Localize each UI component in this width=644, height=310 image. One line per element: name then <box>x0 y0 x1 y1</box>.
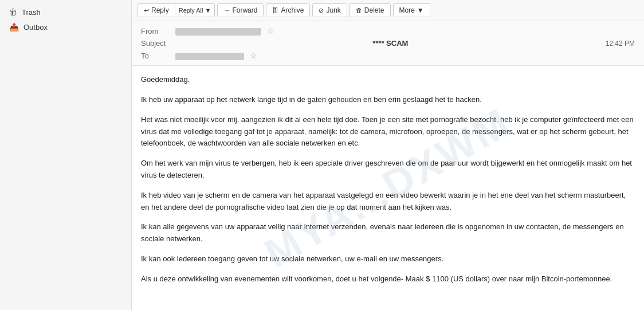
from-star-icon[interactable]: ☆ <box>267 26 274 36</box>
delete-button[interactable]: 🗑 Delete <box>350 3 391 17</box>
sidebar-item-label: Outbox <box>23 23 48 32</box>
more-button[interactable]: More ▼ <box>393 3 430 17</box>
to-label: To <box>141 52 175 60</box>
to-redacted <box>175 53 244 60</box>
archive-button[interactable]: 🗄 Archive <box>266 3 310 17</box>
body-paragraph-1: Ik heb uw apparaat op het netwerk lange … <box>141 94 635 106</box>
subject-row: Subject **** SCAM 12:42 PM <box>141 37 635 49</box>
email-toolbar: ↩ Reply Reply All ▼ → Forward 🗄 Archive … <box>132 0 644 21</box>
body-paragraph-0: Goedemiddag. <box>141 74 635 86</box>
from-value: ☆ <box>175 26 635 36</box>
reply-all-button[interactable]: Reply All ▼ <box>175 3 215 17</box>
email-body: MYA...DXWM Goedemiddag. Ik heb uw appara… <box>132 66 644 310</box>
sidebar-item-label: Trash <box>22 8 41 17</box>
sidebar-item-trash[interactable]: 🗑 Trash <box>0 5 131 19</box>
subject-value: **** SCAM <box>372 39 408 48</box>
from-redacted <box>175 28 261 36</box>
reply-icon: ↩ <box>144 7 149 14</box>
body-paragraph-2: Het was niet moeilijk voor mij, aangezie… <box>141 114 635 150</box>
sidebar-item-outbox[interactable]: 📤 Outbox <box>0 19 131 34</box>
outbox-icon: 📤 <box>9 22 19 32</box>
more-dropdown-icon: ▼ <box>417 6 424 14</box>
archive-label: Archive <box>281 6 304 14</box>
to-star-icon[interactable]: ☆ <box>250 51 257 60</box>
from-row: From ☆ <box>141 25 635 37</box>
junk-button[interactable]: ⊘ Junk <box>312 3 347 17</box>
junk-label: Junk <box>326 6 340 14</box>
forward-button[interactable]: → Forward <box>217 3 264 17</box>
body-paragraph-6: Ik kan ook iedereen toegang geven tot uw… <box>141 253 635 265</box>
email-panel: ↩ Reply Reply All ▼ → Forward 🗄 Archive … <box>132 0 644 310</box>
reply-group: ↩ Reply Reply All ▼ <box>138 3 215 17</box>
more-group: More ▼ <box>393 3 430 17</box>
body-paragraph-5: Ik kan alle gegevens van uw apparaat vei… <box>141 221 635 245</box>
email-timestamp: 12:42 PM <box>606 40 635 48</box>
delete-label: Delete <box>364 6 384 14</box>
to-row: To ☆ <box>141 49 635 62</box>
reply-label: Reply <box>151 6 169 14</box>
reply-all-label: Reply All <box>179 7 203 14</box>
body-paragraph-7: Als u deze ontwikkeling van evenementen … <box>141 273 635 285</box>
from-label: From <box>141 27 175 36</box>
sidebar: 🗑 Trash 📤 Outbox <box>0 0 132 310</box>
junk-icon: ⊘ <box>319 7 324 14</box>
archive-icon: 🗄 <box>272 7 278 14</box>
reply-button[interactable]: ↩ Reply <box>138 3 175 17</box>
body-paragraph-3: Om het werk van mijn virus te verbergen,… <box>141 158 635 182</box>
trash-icon: 🗑 <box>9 7 17 17</box>
delete-icon: 🗑 <box>356 7 362 14</box>
email-header: From ☆ Subject **** SCAM 12:42 PM To ☆ <box>132 21 644 66</box>
body-paragraph-4: Ik heb video van je scherm en de camera … <box>141 190 635 214</box>
to-value: ☆ <box>175 51 635 60</box>
subject-label: Subject <box>141 39 175 48</box>
more-label: More <box>399 6 415 14</box>
forward-icon: → <box>223 7 230 14</box>
reply-all-dropdown-icon: ▼ <box>205 7 211 14</box>
forward-label: Forward <box>232 6 257 14</box>
